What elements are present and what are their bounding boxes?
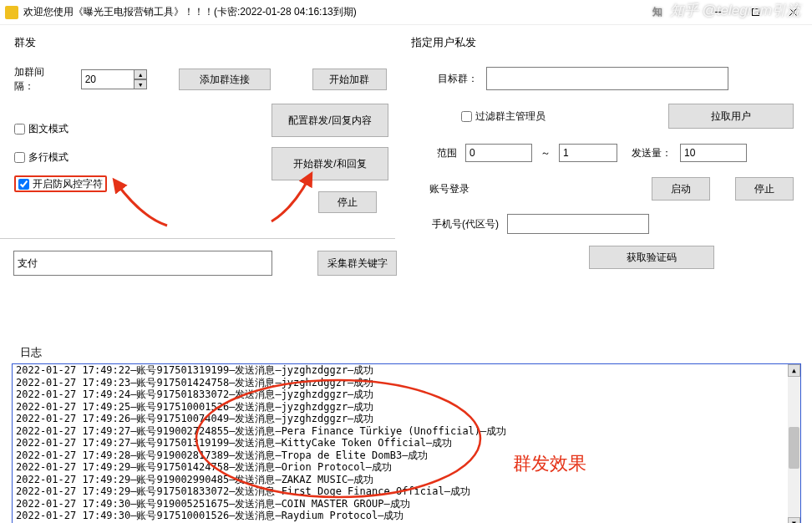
app-icon (5, 6, 18, 19)
log-line: 2022-01-27 17:49:29—账号917501833072—发送消息—… (16, 485, 788, 498)
title-bar: 欢迎您使用《曝光王电报营销工具》！！！(卡密:2022-01-28 04:16:… (0, 0, 812, 25)
maximize-button[interactable] (737, 1, 774, 24)
send-count-input[interactable] (680, 144, 747, 162)
pull-users-button[interactable]: 拉取用户 (668, 104, 794, 129)
interval-label: 加群间隔： (14, 65, 64, 94)
filter-admin-checkbox[interactable]: 过滤群主管理员 (461, 108, 546, 124)
anti-control-checkbox[interactable]: 开启防风控字符 (14, 175, 107, 192)
login-label: 账号登录 (411, 182, 469, 196)
log-line: 2022-01-27 17:49:25—账号917510001526—发送消息—… (16, 401, 788, 414)
config-content-button[interactable]: 配置群发/回复内容 (272, 104, 388, 137)
start-send-reply-button[interactable]: 开始群发/和回复 (272, 147, 388, 180)
interval-spin-up[interactable]: ▲ (134, 69, 147, 79)
log-line: 2022-01-27 17:49:30—账号919005251675—发送消息—… (16, 498, 788, 510)
svg-rect-1 (753, 9, 759, 16)
log-line: 2022-01-27 17:49:27—账号917501319199—发送消息—… (16, 437, 788, 449)
send-count-label: 发送量： (626, 146, 672, 160)
phone-input[interactable] (507, 214, 649, 234)
annotation-arrow-1 (109, 175, 184, 242)
range-to-input[interactable] (559, 144, 617, 162)
right-start-button[interactable]: 启动 (652, 177, 710, 201)
add-group-link-button[interactable]: 添加群连接 (179, 69, 270, 90)
log-line: 2022-01-27 17:49:22—账号917501319199—发送消息—… (16, 364, 788, 377)
log-scrollbar[interactable]: ▲ ▼ (788, 364, 800, 523)
private-send-title: 指定用户私发 (411, 35, 794, 50)
image-mode-checkbox[interactable]: 图文模式 (14, 120, 107, 137)
log-line: 2022-01-27 17:49:23—账号917501424758—发送消息—… (16, 377, 788, 389)
get-code-button[interactable]: 获取验证码 (589, 246, 714, 269)
keyword-input[interactable] (13, 251, 272, 276)
range-separator: ～ (540, 146, 551, 160)
log-line: 2022-01-27 17:49:29—账号917501424758—发送消息—… (16, 461, 788, 474)
left-stop-button[interactable]: 停止 (318, 191, 377, 213)
log-line: 2022-01-27 17:49:29—账号919002990485—发送消息—… (16, 474, 788, 486)
scroll-down-icon[interactable]: ▼ (788, 517, 800, 523)
close-button[interactable] (774, 1, 812, 24)
group-send-title: 群发 (14, 35, 387, 50)
right-stop-button[interactable]: 停止 (735, 177, 794, 201)
collect-keyword-button[interactable]: 采集群关键字 (317, 251, 397, 276)
start-join-button[interactable]: 开始加群 (312, 69, 387, 90)
log-line: 2022-01-27 17:49:24—账号917501833072—发送消息—… (16, 388, 788, 401)
range-from-input[interactable] (465, 144, 532, 162)
log-textarea[interactable]: 2022-01-27 17:49:22—账号917501319199—发送消息—… (12, 363, 801, 523)
range-label: 范围 (411, 146, 457, 160)
log-line: 2022-01-27 17:49:30—账号917510001526—发送消息—… (16, 510, 788, 522)
interval-spin-down[interactable]: ▼ (134, 79, 147, 89)
target-group-input[interactable] (486, 67, 728, 90)
log-line: 2022-01-27 17:49:28—账号919002817389—发送消息—… (16, 449, 788, 462)
scroll-thumb[interactable] (789, 427, 799, 469)
interval-input[interactable] (81, 69, 134, 89)
target-group-label: 目标群： (411, 72, 478, 86)
multiline-checkbox[interactable]: 多行模式 (14, 149, 107, 165)
minimize-button[interactable] (699, 1, 737, 24)
window-title: 欢迎您使用《曝光王电报营销工具》！！！(卡密:2022-01-28 04:16:… (23, 5, 357, 19)
log-line: 2022-01-27 17:49:27—账号919002724855—发送消息—… (16, 425, 788, 438)
log-title: 日志 (20, 345, 42, 360)
scroll-up-icon[interactable]: ▲ (788, 364, 800, 377)
log-line: 2022-01-27 17:49:26—账号917510074049—发送消息—… (16, 413, 788, 425)
phone-label: 手机号(代区号) (411, 217, 499, 231)
